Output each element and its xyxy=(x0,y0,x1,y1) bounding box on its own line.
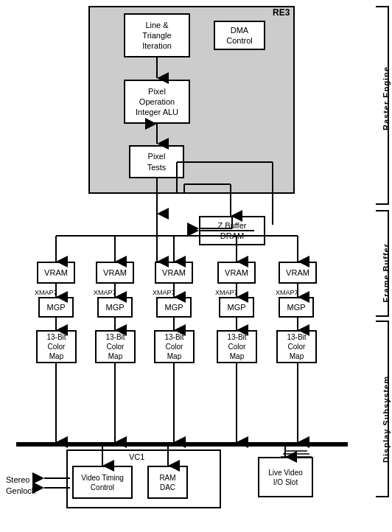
vc1-label: VC1 xyxy=(129,452,144,461)
box-zbuffer: Z BufferDRAM xyxy=(199,216,265,245)
xmap7-label-2: XMAP7 xyxy=(94,289,116,296)
xmap7-label-3: XMAP7 xyxy=(153,289,175,296)
vram-1: VRAM xyxy=(37,262,75,284)
vram-2: VRAM xyxy=(96,262,134,284)
colormap-4: 13-BitColorMap xyxy=(217,330,257,363)
xmap7-label-4: XMAP7 xyxy=(215,289,238,296)
mgp-4: MGP xyxy=(219,297,254,318)
box-dma: DMAControl xyxy=(214,21,265,50)
colormap-3: 13-BitColorMap xyxy=(154,330,195,363)
vram-4: VRAM xyxy=(217,262,256,284)
xmap7-label-1: XMAP7 xyxy=(35,289,57,296)
bracket-raster xyxy=(376,6,389,205)
mgp-1: MGP xyxy=(38,297,74,318)
label-genlock: Genlock xyxy=(6,486,35,495)
xmap7-label-5: XMAP7 xyxy=(276,289,298,296)
mgp-3: MGP xyxy=(156,297,192,318)
re3-label: RE3 xyxy=(273,7,290,18)
colormap-1: 13-BitColorMap xyxy=(36,330,77,363)
colormap-2: 13-BitColorMap xyxy=(95,330,136,363)
box-vtc: Video TimingControl xyxy=(72,466,133,499)
colormap-5: 13-BitColorMap xyxy=(276,330,317,363)
box-line-triangle: Line & Triangle Iteration xyxy=(124,13,190,57)
diagram-container: RE3 Line & Triangle Iteration DMAControl… xyxy=(0,0,392,532)
mgp-5: MGP xyxy=(279,297,314,318)
bracket-framebuffer xyxy=(376,210,389,317)
vram-5: VRAM xyxy=(279,262,317,284)
box-livevideo: Live VideoI/O Slot xyxy=(258,457,313,497)
mgp-2: MGP xyxy=(97,297,133,318)
vram-3: VRAM xyxy=(155,262,193,284)
box-pixel-tests: PixelTests xyxy=(129,145,184,178)
bracket-display xyxy=(376,321,389,497)
label-stereo: Stereo xyxy=(6,475,29,484)
box-ramdac: RAMDAC xyxy=(147,466,188,499)
box-pixel-op: PixelOperationInteger ALU xyxy=(124,80,190,124)
bus-line xyxy=(16,442,348,447)
